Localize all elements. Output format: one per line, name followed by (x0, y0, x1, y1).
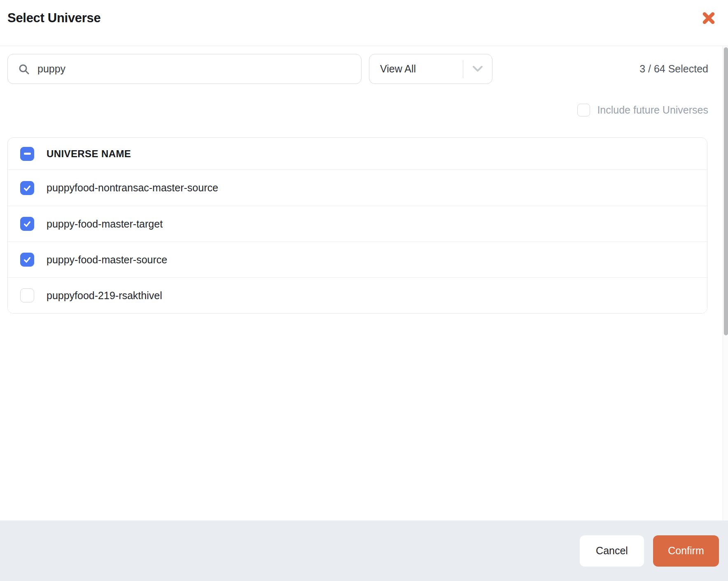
universe-name-column-header: UNIVERSE NAME (47, 148, 131, 160)
confirm-button[interactable]: Confirm (653, 535, 719, 567)
modal-header: Select Universe (0, 0, 728, 46)
row-checkbox[interactable] (20, 217, 34, 231)
toolbar: View All 3 / 64 Selected (7, 54, 708, 84)
minus-icon (24, 153, 31, 155)
table-row[interactable]: puppy-food-master-target (8, 206, 707, 242)
close-button[interactable] (700, 10, 717, 27)
chevron-down-icon (463, 65, 492, 73)
view-filter-dropdown[interactable]: View All (369, 54, 492, 84)
select-universe-modal: Select Universe View All (0, 0, 728, 581)
table-row[interactable]: puppyfood-219-rsakthivel (8, 277, 707, 313)
selection-count: 3 / 64 Selected (639, 63, 708, 75)
table-header-row: UNIVERSE NAME (8, 138, 707, 170)
table-row[interactable]: puppy-food-master-source (8, 242, 707, 277)
search-box[interactable] (7, 54, 362, 84)
cancel-button[interactable]: Cancel (580, 535, 644, 567)
include-future-label: Include future Universes (597, 104, 708, 116)
row-checkbox[interactable] (20, 181, 34, 195)
universe-name: puppyfood-nontransac-master-source (47, 182, 218, 194)
include-future-universes-toggle[interactable]: Include future Universes (577, 104, 708, 116)
scrollbar-thumb[interactable] (724, 47, 728, 335)
table-row[interactable]: puppyfood-nontransac-master-source (8, 170, 707, 206)
select-all-checkbox[interactable] (20, 147, 34, 161)
search-input[interactable] (37, 54, 351, 84)
universe-name: puppyfood-219-rsakthivel (47, 290, 162, 302)
universe-name: puppy-food-master-source (47, 254, 167, 266)
view-filter-value: View All (369, 63, 463, 75)
modal-footer: Cancel Confirm (0, 521, 728, 581)
scrollbar-track[interactable] (723, 46, 728, 521)
row-checkbox[interactable] (20, 288, 34, 302)
row-checkbox[interactable] (20, 253, 34, 267)
universe-table: UNIVERSE NAME puppyfood-nontransac-maste… (7, 137, 707, 314)
universe-name: puppy-food-master-target (47, 218, 163, 230)
search-icon (18, 63, 30, 75)
modal-title: Select Universe (7, 11, 100, 26)
close-icon (701, 10, 716, 27)
include-future-checkbox[interactable] (577, 104, 590, 116)
